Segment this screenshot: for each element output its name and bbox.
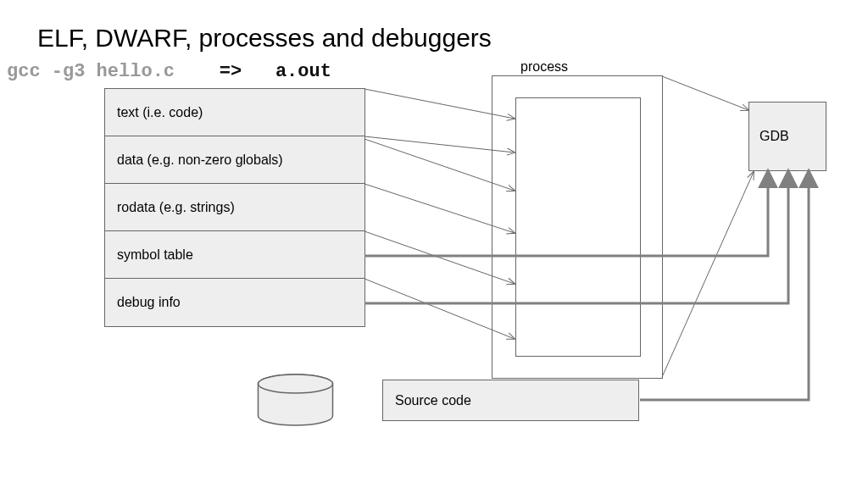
section-text: text (i.e. code) bbox=[105, 89, 364, 136]
process-label: process bbox=[520, 59, 568, 75]
cmd-input: gcc -g3 hello.c bbox=[7, 61, 175, 82]
page-title: ELF, DWARF, processes and debuggers bbox=[37, 24, 492, 53]
section-debug-info: debug info bbox=[105, 279, 364, 326]
diagram-stage: ELF, DWARF, processes and debuggers gcc … bbox=[0, 0, 868, 488]
elf-sections-stack: text (i.e. code) data (e.g. non-zero glo… bbox=[104, 88, 365, 327]
process-box-inner bbox=[515, 97, 641, 357]
compile-command: gcc -g3 hello.c => a.out bbox=[7, 61, 331, 82]
cmd-output: a.out bbox=[275, 61, 331, 82]
section-rodata: rodata (e.g. strings) bbox=[105, 184, 364, 231]
process-box-outer bbox=[492, 75, 663, 379]
svg-line-9 bbox=[662, 172, 754, 377]
cmd-arrow: => bbox=[220, 61, 242, 82]
gdb-box: GDB bbox=[748, 102, 826, 171]
disk-icon bbox=[256, 374, 335, 426]
svg-line-8 bbox=[662, 76, 748, 110]
svg-point-1 bbox=[259, 374, 333, 393]
section-symbol-table: symbol table bbox=[105, 231, 364, 279]
source-code-box: Source code bbox=[382, 380, 639, 421]
section-data: data (e.g. non-zero globals) bbox=[105, 136, 364, 184]
